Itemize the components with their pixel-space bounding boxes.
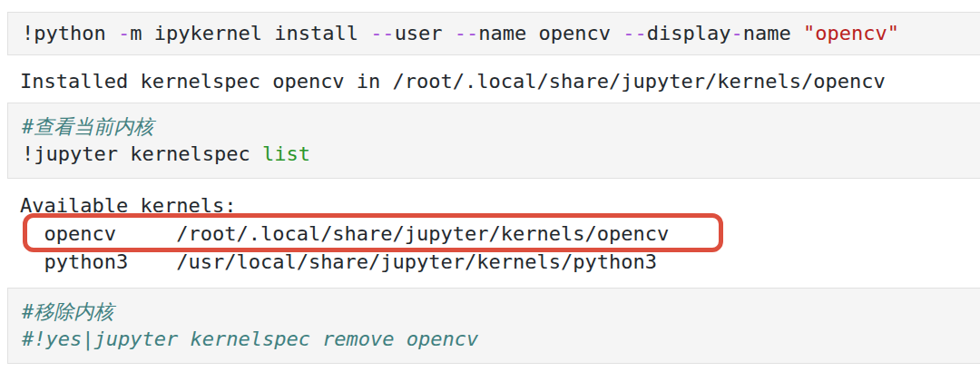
code-line: !python -m ipykernel install --user --na… [22, 20, 966, 47]
output-line-available-kernels: Available kernels: [20, 191, 980, 220]
output-line-opencv-kernel: opencv /root/.local/share/jupyter/kernel… [20, 220, 980, 248]
flag-dash: -- [622, 22, 647, 44]
code-text: display [647, 22, 731, 44]
code-cell-remove-kernel[interactable]: #移除内核 #!yes|jupyter kernelspec remove op… [7, 288, 980, 364]
code-text: !python [22, 22, 118, 44]
code-text: !jupyter kernelspec [22, 142, 262, 165]
code-text: name [743, 22, 803, 44]
output-available-kernels: Available kernels: opencv /root/.local/s… [20, 191, 980, 276]
notebook-page: !python -m ipykernel install --user --na… [0, 0, 980, 364]
output-line-python3-kernel: python3 /usr/local/share/jupyter/kernels… [20, 248, 980, 276]
code-text: user [395, 22, 455, 44]
code-cell-list-kernels[interactable]: #查看当前内核 !jupyter kernelspec list [7, 103, 980, 179]
code-text: m ipykernel install [130, 22, 370, 44]
flag-dash: -- [455, 22, 479, 44]
code-cell-install-kernel[interactable]: !python -m ipykernel install --user --na… [7, 12, 980, 55]
output-install-kernelspec: Installed kernelspec opencv in /root/.lo… [20, 67, 980, 95]
code-text: name opencv [478, 22, 622, 44]
commented-command-line: #!yes|jupyter kernelspec remove opencv [22, 326, 966, 353]
flag-dash: - [731, 22, 743, 44]
builtin-keyword: list [262, 142, 310, 165]
flag-dash: - [118, 22, 130, 44]
flag-dash: -- [370, 22, 395, 44]
string-literal: "opencv" [803, 22, 899, 44]
comment-line: #查看当前内核 [22, 113, 966, 141]
comment-line: #移除内核 [22, 299, 966, 326]
code-line: !jupyter kernelspec list [22, 141, 966, 168]
output-line: Installed kernelspec opencv in /root/.lo… [20, 67, 980, 95]
